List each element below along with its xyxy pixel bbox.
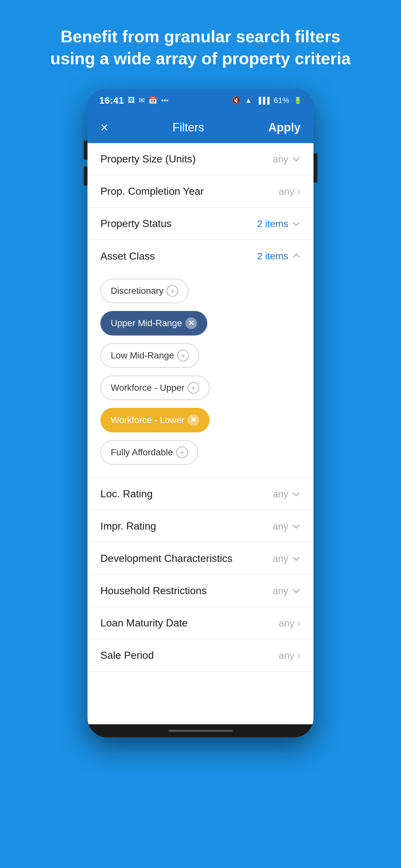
wifi-icon: ▲ xyxy=(245,96,252,104)
filter-value-dev-characteristics: any xyxy=(273,553,301,564)
filter-label-dev-characteristics: Development Characteristics xyxy=(100,553,233,564)
status-time: 16:41 xyxy=(99,95,124,106)
volume-down-button[interactable] xyxy=(84,166,88,186)
filter-row-loc-rating[interactable]: Loc. Rating any xyxy=(88,478,313,510)
chip-low-mid-range[interactable]: Low Mid-Range + xyxy=(100,343,199,368)
filter-label-loan-maturity: Loan Maturity Date xyxy=(100,617,188,629)
chip-workforce-upper[interactable]: Workforce - Upper + xyxy=(100,376,210,400)
asset-class-chips: Discretionary + Upper Mid-Range ✕ Low Mi… xyxy=(88,272,313,477)
filter-value-loc-rating: any xyxy=(273,489,301,500)
chevron-down-icon xyxy=(291,219,301,228)
filter-row-loan-maturity[interactable]: Loan Maturity Date any › xyxy=(88,607,313,640)
chip-remove-icon[interactable]: ✕ xyxy=(185,317,197,329)
filter-row-household-restrictions[interactable]: Household Restrictions any xyxy=(88,575,313,607)
chip-add-icon: + xyxy=(177,350,189,361)
chip-label-workforce-upper: Workforce - Upper xyxy=(111,383,184,393)
phone-bottom-bar xyxy=(88,724,313,737)
battery-label: 61% xyxy=(274,96,289,105)
chip-add-icon: + xyxy=(176,446,188,458)
header-title: Filters xyxy=(173,121,204,134)
home-indicator xyxy=(168,730,233,732)
chevron-down-icon xyxy=(291,490,301,499)
filter-value-asset-class: 2 items xyxy=(257,251,301,261)
filter-value-impr-rating: any xyxy=(273,521,301,532)
message-icon: ✉ xyxy=(139,96,145,104)
page-headline: Benefit from granular search filters usi… xyxy=(25,0,377,89)
chip-label-workforce-lower: Workforce - Lower xyxy=(111,415,184,425)
filter-label-property-status: Property Status xyxy=(100,218,172,229)
chip-add-icon: + xyxy=(188,382,199,394)
close-button[interactable]: × xyxy=(100,120,109,135)
filter-label-household-restrictions: Household Restrictions xyxy=(100,585,207,597)
chip-workforce-lower[interactable]: Workforce - Lower ✕ xyxy=(100,408,210,432)
chip-label-discretionary: Discretionary xyxy=(111,286,163,296)
apply-button[interactable]: Apply xyxy=(268,121,301,134)
filter-label-completion-year: Prop. Completion Year xyxy=(100,185,204,197)
filter-label-loc-rating: Loc. Rating xyxy=(100,488,153,500)
chip-fully-affordable[interactable]: Fully Affordable + xyxy=(100,440,198,465)
filter-row-sale-period[interactable]: Sale Period any › xyxy=(88,640,313,672)
chip-add-icon: + xyxy=(166,285,178,297)
filter-list: Property Size (Units) any Prop. Completi… xyxy=(88,143,313,724)
battery-icon: 🔋 xyxy=(294,97,302,104)
chip-label-fully-affordable: Fully Affordable xyxy=(111,447,173,458)
dots-icon: ••• xyxy=(161,96,168,104)
signal-icon: ▐▐▐ xyxy=(256,97,269,104)
filter-label-sale-period: Sale Period xyxy=(100,649,154,661)
filter-value-property-status: 2 items xyxy=(257,218,301,229)
chevron-right-icon: › xyxy=(298,650,301,661)
app-header: × Filters Apply xyxy=(88,112,313,143)
filter-row-asset-class: Asset Class 2 items Discretionary + xyxy=(88,240,313,478)
mute-icon: 🔇 xyxy=(232,96,241,104)
filter-value-completion-year: any › xyxy=(279,186,301,197)
chevron-down-icon xyxy=(291,554,301,563)
chip-upper-mid-range[interactable]: Upper Mid-Range ✕ xyxy=(100,311,207,336)
filter-row-impr-rating[interactable]: Impr. Rating any xyxy=(88,510,313,542)
chevron-down-icon xyxy=(291,586,301,595)
chip-label-low-mid-range: Low Mid-Range xyxy=(111,350,174,361)
filter-row-completion-year[interactable]: Prop. Completion Year any › xyxy=(88,175,313,208)
chevron-right-icon: › xyxy=(298,618,301,628)
filter-row-property-size[interactable]: Property Size (Units) any xyxy=(88,143,313,175)
chevron-down-icon xyxy=(291,522,301,531)
filter-value-household-restrictions: any xyxy=(273,585,301,596)
filter-value-sale-period: any › xyxy=(279,650,301,661)
filter-row-property-status[interactable]: Property Status 2 items xyxy=(88,208,313,240)
chevron-up-icon xyxy=(291,252,301,260)
volume-up-button[interactable] xyxy=(84,141,88,160)
filter-row-dev-characteristics[interactable]: Development Characteristics any xyxy=(88,542,313,575)
filter-value-loan-maturity: any › xyxy=(279,618,301,629)
calendar-icon: 📅 xyxy=(149,96,157,104)
chevron-right-icon: › xyxy=(298,186,301,197)
phone-frame: 16:41 🖼 ✉ 📅 ••• 🔇 ▲ ▐▐▐ 61% 🔋 × Filters … xyxy=(88,89,313,737)
chip-remove-icon[interactable]: ✕ xyxy=(188,414,199,426)
chip-label-upper-mid-range: Upper Mid-Range xyxy=(111,318,182,329)
filter-value-property-size: any xyxy=(273,154,301,165)
filter-label-impr-rating: Impr. Rating xyxy=(100,520,156,532)
chip-discretionary[interactable]: Discretionary + xyxy=(100,279,189,303)
power-button[interactable] xyxy=(313,153,317,182)
chevron-down-icon xyxy=(291,155,301,164)
filter-label-property-size: Property Size (Units) xyxy=(100,153,196,165)
filter-label-asset-class: Asset Class xyxy=(100,250,155,262)
status-bar: 16:41 🖼 ✉ 📅 ••• 🔇 ▲ ▐▐▐ 61% 🔋 xyxy=(88,89,313,112)
photo-icon: 🖼 xyxy=(128,96,135,104)
